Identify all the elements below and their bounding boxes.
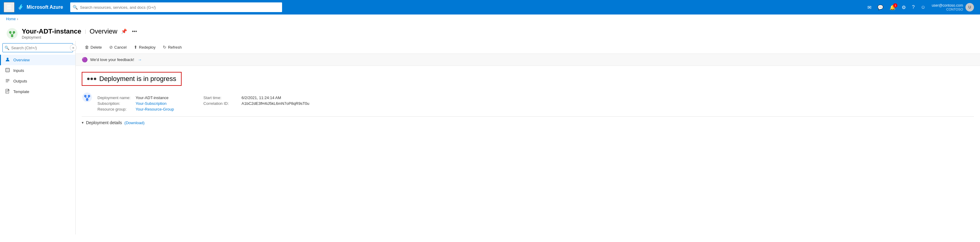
sidebar-collapse-button[interactable]: « — [70, 44, 76, 51]
user-tenant: CONTOSO — [932, 8, 963, 11]
cancel-icon: ⊘ — [109, 45, 113, 49]
info-resource-group-label: Resource group: — [97, 107, 134, 111]
user-email: user@contoso.com — [932, 3, 963, 8]
cancel-button[interactable]: ⊘ Cancel — [106, 43, 129, 51]
deployment-status-dots — [87, 78, 96, 80]
sidebar-item-template-label: Template — [13, 89, 29, 94]
search-input[interactable] — [70, 2, 282, 12]
svg-point-18 — [88, 95, 90, 97]
info-correlation-label: Correlation ID: — [204, 101, 240, 106]
hamburger-menu-button[interactable]: ☰ — [4, 2, 14, 13]
email-icon: ✉ — [867, 5, 871, 10]
user-profile[interactable]: user@contoso.com CONTOSO U — [929, 2, 976, 13]
smiley-button[interactable]: ☺ — [918, 3, 928, 12]
page-subtitle: Overview — [89, 27, 118, 35]
title-divider: | — [85, 29, 86, 34]
azure-logo-text: Microsoft Azure — [27, 5, 63, 10]
sidebar-item-outputs-label: Outputs — [13, 79, 27, 83]
sidebar-item-outputs[interactable]: Outputs — [0, 76, 75, 86]
sidebar-search-container: 🔍 « — [2, 43, 73, 52]
info-resource-group-value[interactable]: Your-Resource-Group — [135, 107, 174, 111]
svg-rect-8 — [6, 69, 9, 71]
refresh-icon: ↻ — [163, 45, 167, 49]
feedback-arrow: → — [138, 57, 142, 62]
svg-point-6 — [7, 58, 8, 60]
azure-logo: Microsoft Azure — [17, 4, 63, 11]
info-row-correlation: Correlation ID: A1bC2dE3fH4iJ5kL6mN7oP8q… — [204, 101, 309, 106]
deployment-resource-icon — [82, 92, 92, 103]
page-header-title-area: Your-ADT-instance | Overview 📌 ••• Deplo… — [22, 27, 138, 40]
sidebar-item-inputs[interactable]: Inputs — [0, 65, 75, 76]
deployment-main-row: Deployment name: Your-ADT-instance Subsc… — [82, 92, 974, 111]
refresh-button[interactable]: ↻ Refresh — [160, 43, 185, 51]
sidebar-item-template[interactable]: Template — [0, 86, 75, 97]
refresh-label: Refresh — [168, 45, 182, 49]
delete-label: Delete — [91, 45, 102, 49]
breadcrumb: Home › — [0, 14, 980, 24]
content-area: 🗑 Delete ⊘ Cancel ⬆ Redeploy ↻ Refresh 🟣… — [76, 41, 980, 234]
deployment-details-header[interactable]: ▾ Deployment details (Download) — [82, 120, 974, 125]
pin-button[interactable]: 📌 — [120, 27, 128, 35]
more-options-button[interactable]: ••• — [131, 27, 138, 35]
feedback-button[interactable]: 💬 — [875, 3, 886, 12]
deployment-status-box: Deployment is in progress — [82, 72, 181, 86]
inputs-icon — [5, 68, 10, 73]
sidebar-search-input[interactable] — [2, 43, 73, 52]
settings-button[interactable]: ⚙ — [899, 3, 908, 12]
notifications-button[interactable]: 🔔 1 — [887, 3, 898, 12]
deployment-info-grid: Deployment name: Your-ADT-instance Subsc… — [97, 95, 309, 111]
breadcrumb-home[interactable]: Home — [6, 17, 16, 21]
redeploy-icon: ⬆ — [134, 45, 137, 49]
sidebar-item-overview[interactable]: Overview — [0, 55, 75, 65]
page-title: Your-ADT-instance — [22, 27, 81, 35]
info-row-resource-group: Resource group: Your-Resource-Group — [97, 107, 204, 111]
outputs-icon — [5, 78, 10, 84]
deployment-info-right: Start time: 6/2/2021, 11:24:14 AM Correl… — [204, 95, 309, 111]
delete-button[interactable]: 🗑 Delete — [82, 43, 105, 51]
dot-2 — [91, 78, 93, 80]
top-navigation: ☰ Microsoft Azure 🔍 ✉ 💬 🔔 1 ⚙ ? ☺ — [0, 0, 980, 14]
email-button[interactable]: ✉ — [865, 3, 874, 12]
gear-icon: ⚙ — [902, 5, 906, 10]
info-subscription-value[interactable]: Your-Subscription — [135, 101, 167, 106]
info-correlation-value: A1bC2dE3fH4iJ5kL6mN7oP8qR9sT0u — [242, 101, 309, 106]
main-layout: 🔍 « Overview Inputs Outputs T — [0, 41, 980, 234]
svg-point-2 — [13, 31, 15, 33]
redeploy-label: Redeploy — [139, 45, 156, 49]
toolbar: 🗑 Delete ⊘ Cancel ⬆ Redeploy ↻ Refresh — [76, 41, 980, 54]
overview-icon — [5, 57, 10, 63]
resource-icon — [6, 27, 18, 40]
help-icon: ? — [912, 5, 915, 10]
feedback-banner-icon: 🟣 — [82, 57, 88, 63]
top-nav-actions: ✉ 💬 🔔 1 ⚙ ? ☺ user@contoso.com CONTOSO U — [865, 2, 976, 13]
info-name-value: Your-ADT-instance — [135, 95, 169, 100]
chevron-down-icon: ▾ — [82, 120, 84, 125]
feedback-text: We'd love your feedback! — [90, 57, 134, 62]
deployment-details-section: ▾ Deployment details (Download) — [82, 116, 974, 125]
feedback-icon: 💬 — [877, 5, 883, 10]
info-start-time-label: Start time: — [204, 95, 240, 100]
azure-logo-icon — [17, 4, 24, 11]
info-row-name: Deployment name: Your-ADT-instance — [97, 95, 204, 100]
deployment-details-label: Deployment details — [86, 120, 122, 125]
sidebar: 🔍 « Overview Inputs Outputs T — [0, 41, 76, 234]
svg-point-17 — [84, 95, 87, 97]
smiley-icon: ☺ — [921, 5, 926, 10]
template-icon — [5, 89, 10, 95]
deployment-download-link[interactable]: (Download) — [124, 120, 144, 125]
avatar: U — [966, 3, 974, 11]
redeploy-button[interactable]: ⬆ Redeploy — [131, 43, 159, 51]
svg-point-0 — [7, 28, 18, 39]
dot-1 — [87, 78, 89, 80]
svg-point-1 — [9, 31, 11, 33]
svg-point-3 — [11, 35, 13, 37]
feedback-banner[interactable]: 🟣 We'd love your feedback! → — [76, 54, 980, 66]
info-name-label: Deployment name: — [97, 95, 134, 100]
delete-icon: 🗑 — [85, 45, 89, 49]
help-button[interactable]: ? — [910, 3, 917, 12]
deployment-status-text: Deployment is in progress — [99, 75, 176, 83]
notification-badge: 1 — [893, 3, 897, 8]
breadcrumb-separator: › — [17, 17, 18, 21]
page-resource-type: Deployment — [22, 35, 138, 40]
sidebar-item-overview-label: Overview — [13, 58, 30, 62]
